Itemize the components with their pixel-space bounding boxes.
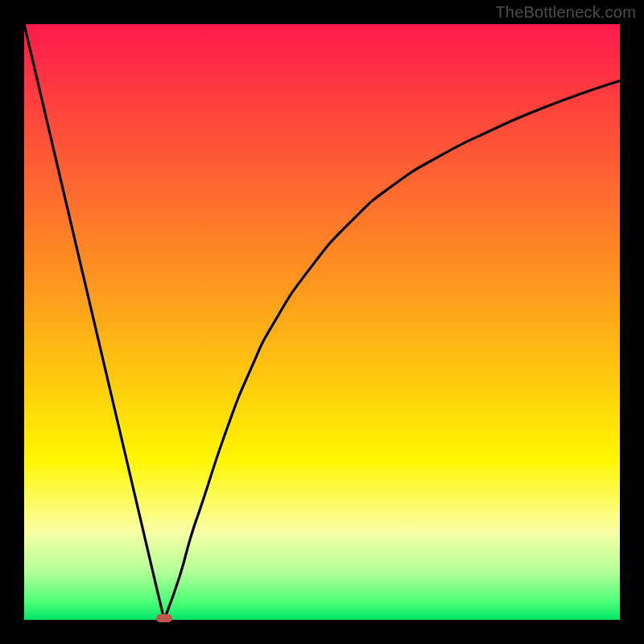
watermark-text: TheBottleneck.com: [495, 3, 636, 22]
optimum-marker: [156, 614, 173, 622]
plot-area: [24, 24, 620, 620]
chart-frame: TheBottleneck.com: [0, 0, 644, 644]
bottleneck-curve: [24, 24, 620, 620]
